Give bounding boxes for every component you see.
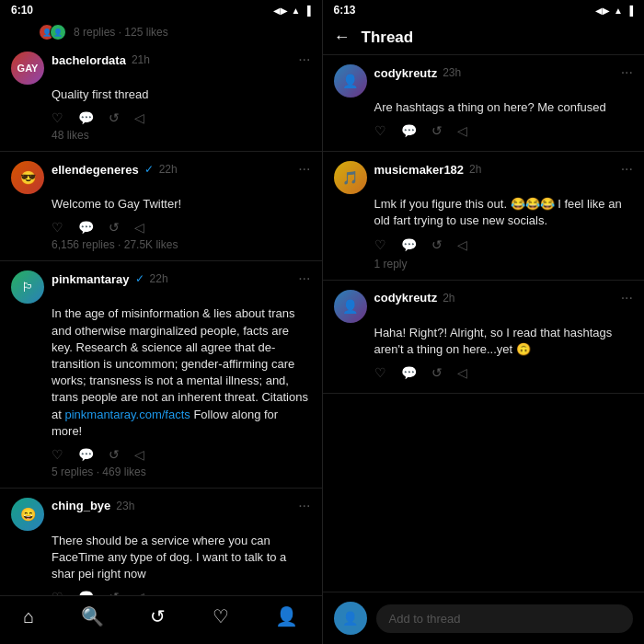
more-ching[interactable]: ··· — [298, 498, 310, 514]
left-feed: 👤 👤 8 replies · 125 likes GAY bachelorda… — [0, 20, 322, 595]
thread-tweet-text-music: Lmk if you figure this out. 😂😂😂 I feel l… — [374, 196, 634, 229]
tweet-body-3: In the age of misinformation & lies abou… — [52, 305, 311, 478]
avatar-ellen: 😎 — [11, 161, 44, 194]
more-pink[interactable]: ··· — [298, 270, 310, 287]
r-battery-icon: ▐ — [627, 6, 633, 16]
left-time: 6:10 — [11, 4, 33, 17]
thread-more-music[interactable]: ··· — [621, 161, 633, 178]
tweet-bachelordata: GAY bachelordata 21h ··· Quality first t… — [0, 42, 322, 152]
tweet-meta-2: ellendegeneres ✓ 22h ··· — [52, 161, 311, 178]
thread-like-icon-2[interactable]: ♡ — [374, 237, 386, 252]
add-to-thread-bar: 👤 Add to thread — [323, 592, 645, 644]
thread-avatar-music: 🎵 — [334, 161, 367, 194]
left-panel: 6:10 ◀▶ ▲ ▐ 👤 👤 8 replies · 125 likes GA… — [0, 0, 323, 644]
thread-username-music: musicmaker182 — [374, 163, 465, 177]
thread-tweet-header-row-1: codykreutz 23h ··· — [374, 64, 634, 81]
right-status-icons: ◀▶ ▲ ▐ — [595, 6, 633, 16]
reply-icon-1[interactable]: 💬 — [78, 110, 94, 125]
thread-tweet-meta-1: codykreutz 23h ··· — [374, 64, 634, 81]
tweet-meta-4: ching_bye 23h ··· — [52, 498, 311, 514]
username-time-4: ching_bye 23h — [52, 499, 134, 512]
like-icon-2[interactable]: ♡ — [52, 220, 63, 235]
thread-preview-stats: 8 replies · 125 likes — [74, 26, 168, 39]
retweet-icon-2[interactable]: ↺ — [109, 220, 120, 235]
tweet-stats-bachelordata: 48 likes — [52, 129, 311, 142]
username-ellen: ellendegeneres — [52, 163, 139, 177]
reply-icon-3[interactable]: 💬 — [78, 447, 94, 462]
time-ching: 23h — [116, 500, 134, 512]
thread-tweet-text-cody1: Are hashtags a thing on here? Me confuse… — [374, 99, 634, 116]
thread-avatar-cody2: 👤 — [334, 290, 367, 323]
tweet-meta-3: pinkmantaray ✓ 22h ··· — [52, 270, 311, 287]
nav-home-icon[interactable]: ⌂ — [23, 606, 34, 627]
thread-retweet-icon-1[interactable]: ↺ — [431, 123, 443, 138]
tweet-text-ellen: Welcome to Gay Twitter! — [52, 196, 311, 213]
thread-tweet-body-3: Haha! Right?! Alright, so I read that ha… — [374, 325, 634, 380]
tweet-header-1: GAY bachelordata 21h ··· — [11, 52, 311, 85]
like-icon-1[interactable]: ♡ — [52, 110, 63, 125]
thread-tweet-body-1: Are hashtags a thing on here? Me confuse… — [374, 99, 634, 138]
thread-tweet-header-row-3: codykreutz 2h ··· — [374, 290, 634, 306]
thread-tweet-music: 🎵 musicmaker182 2h ··· Lmk if you figure… — [323, 152, 645, 280]
thread-username-cody2: codykreutz — [374, 291, 438, 305]
avatar-bachelordata: GAY — [11, 52, 44, 85]
thread-tweet-header-1: 👤 codykreutz 23h ··· — [334, 64, 634, 98]
more-bachelordata[interactable]: ··· — [298, 52, 310, 68]
thread-reply-count-music: 1 reply — [374, 258, 634, 270]
reply-icon-2[interactable]: 💬 — [78, 220, 94, 235]
nav-refresh-icon[interactable]: ↺ — [150, 605, 166, 627]
time-bachelordata: 21h — [132, 53, 150, 66]
thread-share-icon-2[interactable]: ◁ — [457, 237, 467, 252]
tweet-stats-pink: 5 replies · 469 likes — [52, 466, 311, 478]
thread-like-icon-1[interactable]: ♡ — [374, 123, 386, 138]
tweet-body-4: There should be a service where you can … — [52, 533, 311, 595]
share-icon-2[interactable]: ◁ — [134, 220, 144, 235]
verified-ellen: ✓ — [144, 163, 154, 176]
tweet-header-row-2: ellendegeneres ✓ 22h ··· — [52, 161, 311, 178]
tweet-text-bachelordata: Quality first thread — [52, 86, 311, 103]
pink-link[interactable]: pinkmantaray.com/facts — [64, 408, 190, 421]
thread-time-music: 2h — [469, 163, 481, 176]
share-icon-3[interactable]: ◁ — [134, 447, 144, 462]
thread-tweet-header-3: 👤 codykreutz 2h ··· — [334, 290, 634, 323]
thread-reply-icon-3[interactable]: 💬 — [401, 365, 417, 380]
thread-retweet-icon-2[interactable]: ↺ — [431, 237, 443, 252]
tweet-header-row-4: ching_bye 23h ··· — [52, 498, 311, 514]
thread-more-cody2[interactable]: ··· — [621, 290, 633, 306]
nav-profile-icon[interactable]: 👤 — [275, 605, 298, 627]
thread-tweet-actions-1: ♡ 💬 ↺ ◁ — [374, 123, 634, 138]
tweet-actions-2: ♡ 💬 ↺ ◁ — [52, 220, 311, 235]
thread-avatar-2: 👤 — [50, 24, 66, 40]
nav-search-icon[interactable]: 🔍 — [81, 605, 104, 627]
add-to-thread-input[interactable]: Add to thread — [376, 604, 634, 633]
username-time-1: bachelordata 21h — [52, 53, 150, 67]
more-ellen[interactable]: ··· — [298, 161, 310, 178]
back-button[interactable]: ← — [334, 28, 351, 47]
nav-like-icon[interactable]: ♡ — [213, 605, 229, 627]
thread-tweet-meta-3: codykreutz 2h ··· — [374, 290, 634, 306]
thread-username-time-3: codykreutz 2h — [374, 291, 455, 305]
thread-more-cody1[interactable]: ··· — [621, 64, 633, 81]
thread-share-icon-3[interactable]: ◁ — [457, 365, 467, 380]
tweet-pinkmantaray: 🏳 pinkmantaray ✓ 22h ··· In the age of m… — [0, 261, 322, 489]
tweet-header-2: 😎 ellendegeneres ✓ 22h ··· — [11, 161, 311, 194]
like-icon-3[interactable]: ♡ — [52, 447, 63, 462]
retweet-icon-1[interactable]: ↺ — [109, 110, 120, 125]
signal-icon: ◀▶ — [273, 6, 288, 16]
thread-header: ← Thread — [323, 20, 645, 55]
tweet-actions-3: ♡ 💬 ↺ ◁ — [52, 447, 311, 462]
thread-reply-icon-1[interactable]: 💬 — [401, 123, 417, 138]
thread-reply-icon-2[interactable]: 💬 — [401, 237, 417, 252]
share-icon-1[interactable]: ◁ — [134, 110, 144, 125]
thread-share-icon-1[interactable]: ◁ — [457, 123, 467, 138]
thread-tweet-cody2: 👤 codykreutz 2h ··· Haha! Right?! Alrigh… — [323, 281, 645, 394]
thread-tweet-text-cody2: Haha! Right?! Alright, so I read that ha… — [374, 325, 634, 358]
add-thread-placeholder: Add to thread — [389, 612, 461, 626]
tweet-text-ching: There should be a service where you can … — [52, 533, 311, 583]
right-time: 6:13 — [334, 4, 356, 17]
thread-retweet-icon-3[interactable]: ↺ — [431, 365, 443, 380]
retweet-icon-3[interactable]: ↺ — [109, 447, 120, 462]
thread-like-icon-3[interactable]: ♡ — [374, 365, 386, 380]
add-thread-avatar: 👤 — [334, 602, 367, 635]
bottom-nav: ⌂ 🔍 ↺ ♡ 👤 — [0, 595, 322, 644]
